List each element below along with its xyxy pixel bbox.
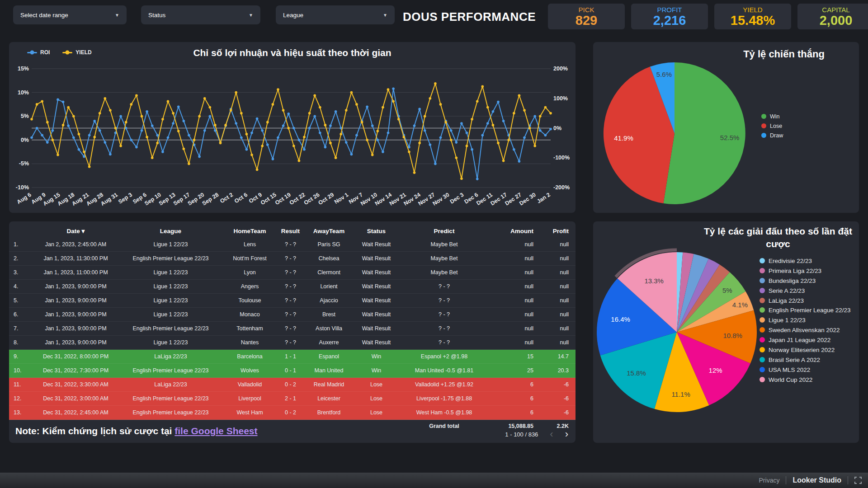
yield-point bbox=[67, 106, 70, 109]
roi-point bbox=[366, 105, 368, 108]
legend-label: Japan J1 League 2022 bbox=[769, 337, 830, 344]
kpi-label: PICK bbox=[548, 6, 625, 14]
legend-item-serie-a[interactable]: Serie A 22/23 bbox=[760, 287, 855, 295]
x-axis-tick: Nov 30 bbox=[431, 192, 450, 207]
roi-point bbox=[539, 129, 542, 132]
yield-point bbox=[224, 124, 227, 127]
x-axis-tick: Oct 6 bbox=[233, 192, 249, 205]
legend-item-japan-j1[interactable]: Japan J1 League 2022 bbox=[760, 337, 855, 344]
roi-point bbox=[146, 110, 148, 113]
legend-item-english-premier-league[interactable]: English Premier League 22/23 bbox=[760, 307, 855, 314]
table-row[interactable]: 10.Dec 31, 2022, 7:30:00 PMEnglish Premi… bbox=[9, 364, 576, 378]
cell-profit: null bbox=[538, 339, 573, 346]
roi-point bbox=[198, 155, 201, 158]
column-header-profit[interactable]: Profit bbox=[538, 228, 573, 235]
win-rate-pie-canvas[interactable]: 52.5%41.9%5.6% bbox=[593, 42, 859, 213]
table-row[interactable]: 11.Dec 31, 2022, 3:30:00 AMLaLiga 22/23V… bbox=[9, 378, 576, 392]
table-row[interactable]: 1.Jan 2, 2023, 2:45:00 AMLigue 1 22/23Le… bbox=[9, 238, 576, 252]
yield-point bbox=[261, 145, 264, 147]
next-page-button[interactable]: › bbox=[565, 428, 568, 440]
roi-point bbox=[502, 120, 505, 122]
privacy-link[interactable]: Privacy bbox=[759, 477, 780, 484]
roi-yield-timeseries-chart[interactable]: ROIYIELD Chỉ số lợi nhuận và hiệu suất t… bbox=[9, 42, 576, 213]
table-row[interactable]: 4.Jan 1, 2023, 9:00:00 PMLigue 1 22/23An… bbox=[9, 280, 576, 294]
table-row[interactable]: 8.Jan 1, 2023, 9:00:00 PMLigue 1 22/23Na… bbox=[9, 336, 576, 350]
roi-point bbox=[292, 127, 295, 130]
date-range-filter[interactable]: Select date range ▼ bbox=[13, 5, 127, 24]
kpi-value: 15.48% bbox=[714, 14, 791, 27]
column-header-awayteam[interactable]: AwayTeam bbox=[305, 228, 353, 235]
column-header-predict[interactable]: Predict bbox=[400, 228, 488, 235]
roi-point bbox=[466, 131, 468, 134]
legend-item-win[interactable]: Win bbox=[761, 113, 783, 120]
legend-item-laliga[interactable]: LaLiga 22/23 bbox=[760, 297, 855, 305]
status-filter[interactable]: Status ▼ bbox=[141, 5, 260, 24]
yield-point bbox=[36, 103, 38, 106]
roi-point bbox=[450, 129, 453, 132]
table-row[interactable]: 3.Jan 1, 2023, 11:00:00 PMLigue 1 22/23L… bbox=[9, 266, 576, 280]
table-row[interactable]: 13.Dec 31, 2022, 2:45:00 AMEnglish Premi… bbox=[9, 406, 576, 420]
fullscreen-icon[interactable] bbox=[854, 477, 862, 484]
roi-point bbox=[36, 127, 38, 130]
win-rate-pie-title: Tỷ lệ chiến thắng bbox=[716, 48, 852, 60]
kpi-card-capital: CAPITAL2,000 bbox=[797, 4, 868, 29]
table-row[interactable]: 6.Jan 1, 2023, 9:00:00 PMLigue 1 22/23Mo… bbox=[9, 308, 576, 322]
legend-item-brasil-serie-a[interactable]: Brasil Serie A 2022 bbox=[760, 357, 855, 364]
table-row[interactable]: 9.Dec 31, 2022, 8:00:00 PMLaLiga 22/23Ba… bbox=[9, 350, 576, 364]
column-header-hometeam[interactable]: HomeTeam bbox=[224, 228, 276, 235]
roi-point bbox=[324, 146, 327, 149]
previous-page-button[interactable]: ‹ bbox=[550, 428, 553, 440]
legend-item-norway-eliteserien[interactable]: Norway Eliteserien 2022 bbox=[760, 347, 855, 354]
table-row[interactable]: 12.Dec 31, 2022, 3:00:00 AMEnglish Premi… bbox=[9, 392, 576, 406]
cell-date: Dec 31, 2022, 7:30:00 PM bbox=[34, 367, 118, 374]
cell-status: Wait Result bbox=[353, 297, 400, 304]
legend-item-primeira-liga[interactable]: Primeira Liga 22/23 bbox=[760, 267, 855, 275]
cell-away: Brest bbox=[305, 311, 353, 318]
yield-point bbox=[382, 106, 384, 109]
roi-point bbox=[429, 144, 432, 146]
cell-date: Jan 1, 2023, 9:00:00 PM bbox=[34, 311, 118, 318]
league-distribution-pie-chart[interactable]: Tỷ lệ các giải đấu theo số lần đặt cược … bbox=[593, 221, 859, 443]
x-axis-tick: Oct 2 bbox=[219, 192, 234, 205]
column-header-result[interactable]: Result bbox=[276, 228, 305, 235]
cell-num: 1. bbox=[9, 241, 34, 248]
legend-item-draw[interactable]: Draw bbox=[761, 132, 783, 139]
legend-item-bundesliga[interactable]: Bundesliga 22/23 bbox=[760, 277, 855, 285]
yield-point bbox=[471, 118, 473, 121]
legend-item-lose[interactable]: Lose bbox=[761, 123, 783, 129]
roi-point bbox=[135, 146, 138, 149]
table-row[interactable]: 2.Jan 1, 2023, 11:30:00 PMEnglish Premie… bbox=[9, 252, 576, 266]
league-filter[interactable]: League ▼ bbox=[276, 5, 395, 24]
legend-item-ligue-1[interactable]: Ligue 1 22/23 bbox=[760, 317, 855, 324]
cell-predict: ? - ? bbox=[400, 297, 488, 304]
cell-predict: Maybe Bet bbox=[400, 241, 488, 248]
cell-num: 10. bbox=[9, 367, 34, 374]
legend-item-usa-mls[interactable]: USA MLS 2022 bbox=[760, 366, 855, 374]
win-rate-pie-chart[interactable]: Tỷ lệ chiến thắng 52.5%41.9%5.6% WinLose… bbox=[593, 42, 859, 213]
google-sheet-link[interactable]: file Google Sheest bbox=[175, 426, 257, 436]
pie-slice-label-usa-mls: 16.4% bbox=[611, 315, 630, 323]
legend-item-sweden-allsvenskan[interactable]: Sweden Allsvenskan 2022 bbox=[760, 327, 855, 334]
yield-point bbox=[424, 115, 426, 117]
cell-predict: Man United -0.5 @1.81 bbox=[400, 367, 488, 374]
table-row[interactable]: 5.Jan 1, 2023, 9:00:00 PMLigue 1 22/23To… bbox=[9, 294, 576, 308]
column-header-date[interactable]: Date ▾ bbox=[34, 227, 118, 235]
column-header-amount[interactable]: Amount bbox=[488, 228, 538, 235]
yield-point bbox=[528, 127, 531, 130]
cell-predict: ? - ? bbox=[400, 283, 488, 290]
cell-date: Jan 1, 2023, 11:00:00 PM bbox=[34, 269, 118, 276]
y-axis-right-tick: -200% bbox=[553, 184, 570, 191]
yield-series[interactable] bbox=[30, 82, 552, 180]
legend-item-world-cup[interactable]: World Cup 2022 bbox=[760, 376, 855, 384]
column-header-league[interactable]: League bbox=[118, 228, 224, 235]
yield-point bbox=[167, 100, 170, 103]
yield-point bbox=[156, 142, 159, 145]
column-header-status[interactable]: Status bbox=[353, 228, 400, 235]
line-chart-canvas[interactable]: 15%10%5%0%-5%-10%200%100%0%-100%-200%Aug… bbox=[9, 42, 576, 213]
roi-point bbox=[544, 134, 547, 137]
table-row[interactable]: 7.Jan 1, 2023, 9:00:00 PMEnglish Premier… bbox=[9, 322, 576, 336]
pie-slice-label-english-premier-league: 5% bbox=[722, 286, 732, 294]
roi-series[interactable] bbox=[30, 87, 552, 180]
y-axis-left-tick: 5% bbox=[21, 113, 29, 119]
legend-item-eredivisie[interactable]: Eredivisie 22/23 bbox=[760, 258, 855, 265]
